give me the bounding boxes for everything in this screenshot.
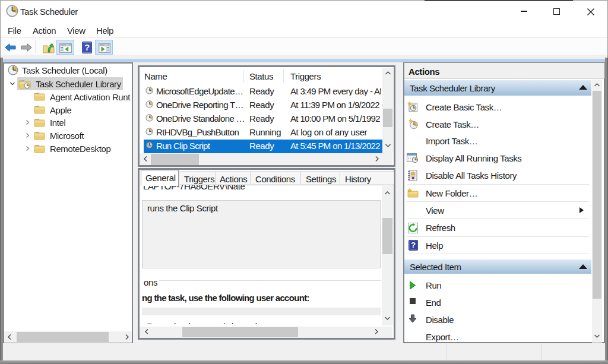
- svg-text:?: ?: [84, 42, 90, 52]
- svg-text:?: ?: [411, 240, 416, 249]
